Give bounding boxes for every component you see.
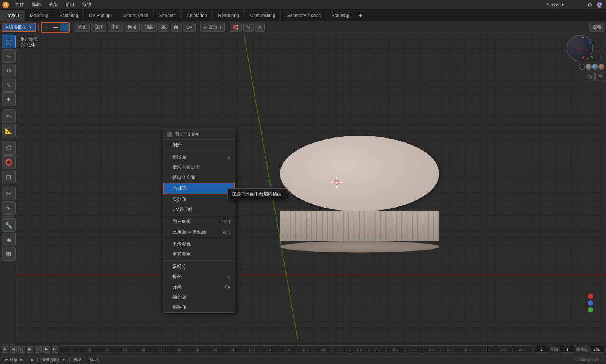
snap-toggle[interactable]: 🧲 bbox=[230, 23, 242, 32]
menu-item-shade-smooth[interactable]: 平滑着色 bbox=[163, 239, 235, 249]
vr-icon[interactable]: 🔮 bbox=[595, 2, 604, 8]
menu-item-unsubdivide[interactable]: 反细分 bbox=[163, 261, 235, 272]
face-btn[interactable]: 面 bbox=[171, 23, 182, 32]
extrude-tool-btn[interactable]: ⬡ bbox=[2, 141, 16, 155]
viewport[interactable]: 用户透视 (1) 柱体 Y Z ✕ ◎ ⊡ X bbox=[17, 33, 606, 343]
add-workspace-tab[interactable]: + bbox=[355, 12, 366, 19]
tab-compositing[interactable]: Compositing bbox=[245, 10, 281, 21]
menu-item-separate[interactable]: 分离 P▶ bbox=[163, 282, 235, 292]
select-btn[interactable]: 选择 bbox=[91, 23, 106, 32]
menu-item-extrude-individual[interactable]: 挤出各个面 bbox=[163, 172, 235, 183]
tab-sculpting[interactable]: Sculpting bbox=[54, 10, 84, 21]
proportional-btn[interactable]: ⊙ bbox=[243, 23, 254, 32]
left-toolbar: ⬚ ↔ ↻ ⤡ ✦ ✏ 📐 ⬡ ⭕ ◻ ✂ ∿ 🔧 ◈ ⊞ bbox=[0, 33, 17, 352]
loop-cut-btn[interactable]: ∿ bbox=[2, 201, 16, 215]
edge-btn[interactable]: 边 bbox=[158, 23, 169, 32]
solid-shade-btn[interactable] bbox=[586, 64, 592, 70]
prev-frame-btn[interactable]: ◁ bbox=[18, 346, 25, 353]
overlay-btn[interactable]: ◎ bbox=[586, 72, 595, 81]
play-btn[interactable]: ▶ bbox=[27, 346, 33, 353]
annotate-tool-btn[interactable]: ✏ bbox=[2, 109, 16, 123]
menu-item-poke[interactable]: 实分面 bbox=[163, 194, 235, 205]
measure-tool-btn[interactable]: 📐 bbox=[2, 124, 16, 137]
tab-animation[interactable]: Animation bbox=[182, 10, 213, 21]
face-mode-icon[interactable]: ▫ bbox=[60, 23, 69, 31]
scene-selector[interactable]: Scene ▼ bbox=[543, 0, 568, 10]
menu-item-subdivide[interactable]: 细分 bbox=[163, 140, 235, 150]
end-frame-input[interactable]: 250 bbox=[589, 346, 604, 353]
tab-rendering[interactable]: Rendering bbox=[213, 10, 244, 21]
scale-tool-btn[interactable]: ⤡ bbox=[2, 78, 16, 92]
mode-select-btn[interactable]: ■ 编辑模式 ▼ bbox=[2, 23, 36, 32]
menu-file[interactable]: 文件 bbox=[11, 0, 28, 9]
bevel-tool-btn[interactable]: ◻ bbox=[2, 170, 16, 183]
transform-dropdown[interactable]: ↔ 全局 ▼ bbox=[200, 23, 225, 32]
app-logo[interactable] bbox=[0, 0, 11, 10]
tab-texture-paint[interactable]: Texture Paint bbox=[116, 10, 154, 21]
smooth-tool-btn[interactable]: 🔧 bbox=[2, 218, 16, 232]
current-frame-input[interactable]: 1 bbox=[534, 346, 549, 353]
svg-point-2 bbox=[5, 4, 7, 6]
edge-mode-icon[interactable]: — bbox=[51, 23, 60, 31]
menu-help[interactable]: 帮助 bbox=[78, 0, 95, 9]
next-keyframe-btn[interactable]: ▶ bbox=[43, 346, 50, 353]
menu-item-extrude-along-normal[interactable]: 沿法向挤出面 bbox=[163, 162, 235, 172]
transform-tool-btn[interactable]: ✦ bbox=[2, 92, 16, 106]
knife-tool-btn[interactable]: ✂ bbox=[2, 187, 16, 200]
wireframe-shade-btn[interactable] bbox=[579, 64, 585, 70]
menu-item-inset[interactable]: 内插面 I bbox=[163, 183, 235, 194]
rotate-tool-btn[interactable]: ↻ bbox=[2, 64, 16, 77]
jump-start-btn[interactable]: ⏮ bbox=[2, 346, 8, 353]
jump-end-btn[interactable]: ⏭ bbox=[52, 346, 58, 353]
marker-item[interactable]: 标记 bbox=[88, 355, 100, 364]
material-shade-btn[interactable] bbox=[592, 64, 598, 70]
snap-type-dropdown[interactable]: 八 bbox=[255, 23, 265, 32]
camera-item[interactable]: 摄像(插帧) ▼ bbox=[40, 355, 67, 364]
keying-item[interactable]: ● bbox=[29, 355, 35, 364]
vertex-btn[interactable]: 顶点 bbox=[141, 23, 157, 32]
rendered-shade-btn[interactable] bbox=[598, 64, 604, 70]
tab-uv-editing[interactable]: UV Editing bbox=[84, 10, 116, 21]
tab-scripting[interactable]: Scripting bbox=[326, 10, 355, 21]
y-axis-label[interactable]: Y bbox=[589, 55, 596, 61]
menu-item-triangulate[interactable]: 面三角化 Ctrl T bbox=[163, 217, 235, 227]
x-axis-label[interactable]: X bbox=[580, 55, 587, 61]
xray-btn[interactable]: ⊡ bbox=[595, 72, 604, 81]
vertex-mode-icon[interactable]: · bbox=[42, 23, 50, 31]
move-tool-btn[interactable]: ↔ bbox=[2, 49, 16, 63]
select-tool-btn[interactable]: ⬚ bbox=[2, 35, 16, 48]
view-btn[interactable]: 视图 bbox=[75, 23, 90, 32]
sep2 bbox=[72, 23, 72, 31]
tab-geometry-nodes[interactable]: Geometry Nodes bbox=[281, 10, 326, 21]
z-axis-label[interactable]: Z bbox=[597, 55, 604, 61]
grid-fill-btn[interactable]: ⊞ bbox=[2, 247, 16, 261]
add-btn[interactable]: 添加 bbox=[108, 23, 123, 32]
menu-item-split[interactable]: 拆分 Y bbox=[163, 272, 235, 282]
menu-item-tris-to-quads[interactable]: 三角面 -> 四边面 Alt J bbox=[163, 227, 235, 237]
prev-keyframe-btn[interactable]: ◀ bbox=[10, 346, 17, 353]
tab-shading[interactable]: Shading bbox=[154, 10, 182, 21]
engine-selector[interactable]: ⚙ bbox=[586, 2, 593, 8]
face-fill-btn[interactable]: ◈ bbox=[2, 233, 16, 246]
menu-edit[interactable]: 编辑 bbox=[28, 0, 45, 9]
timeline-ruler[interactable]: 1 10 20 30 40 50 60 70 80 90 100 110 120… bbox=[60, 345, 532, 353]
view-item[interactable]: 视图 bbox=[72, 355, 83, 364]
uv-btn[interactable]: UV bbox=[183, 23, 196, 32]
menu-item-extrude-face[interactable]: 挤出面 E bbox=[163, 152, 235, 162]
mark-210: 210 bbox=[440, 348, 459, 353]
start-frame-input[interactable]: 1 bbox=[560, 346, 575, 353]
menu-item-shade-flat[interactable]: 平直着色 bbox=[163, 249, 235, 259]
menu-item-delete[interactable]: 删除面 bbox=[163, 302, 235, 312]
menu-item-uv-unwrap[interactable]: UV展开面 bbox=[163, 205, 235, 215]
mesh-btn[interactable]: 网格 bbox=[125, 23, 140, 32]
menu-render[interactable]: 渲染 bbox=[45, 0, 61, 9]
inset-tool-btn[interactable]: ⭕ bbox=[2, 155, 16, 169]
dot-blue bbox=[588, 300, 593, 306]
tab-modeling[interactable]: Modeling bbox=[25, 10, 54, 21]
playback-item[interactable]: ↩ 放放 ▼ bbox=[3, 355, 24, 364]
menu-item-merge[interactable]: 融并面 bbox=[163, 292, 235, 302]
options-btn[interactable]: 选项 bbox=[589, 23, 604, 32]
tab-layout[interactable]: Layout bbox=[0, 10, 25, 21]
next-frame-btn[interactable]: ▷ bbox=[35, 346, 42, 353]
menu-window[interactable]: 窗口 bbox=[61, 0, 78, 9]
